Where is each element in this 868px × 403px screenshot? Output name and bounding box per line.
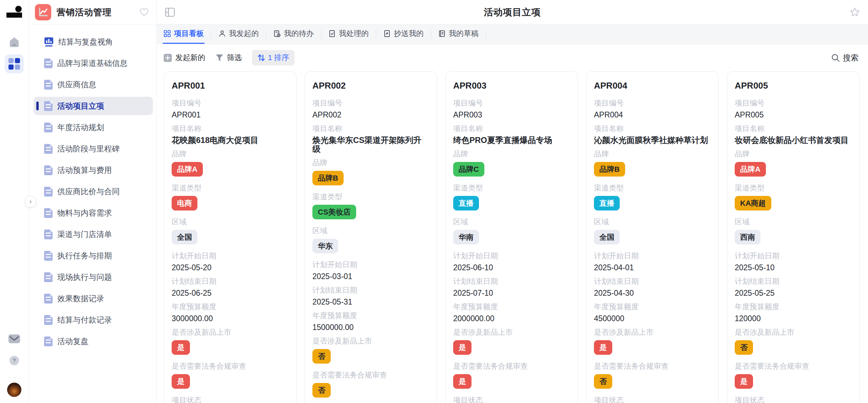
card-field: 项目状态 [735, 396, 852, 403]
funnel-icon [215, 54, 224, 62]
document-icon [44, 101, 53, 111]
kanban-board: APR001项目编号APR001项目名称花映颜618电商大促项目品牌品牌A渠道类… [157, 71, 868, 403]
field-badge: 是 [453, 340, 471, 355]
project-card-APR005[interactable]: APR005项目编号APR005项目名称妆研会底妆新品小红书首发项目品牌品牌A渠… [727, 71, 860, 403]
sidebar-item[interactable]: 活动复盘 [34, 332, 153, 350]
card-title: APR005 [735, 80, 852, 91]
field-badge: 直播 [594, 196, 620, 210]
field-label: 项目编号 [594, 99, 711, 107]
filter-button[interactable]: 筛选 [215, 53, 242, 63]
field-badge: 是 [453, 374, 471, 389]
rail-expand-chevron-icon[interactable]: › [25, 196, 36, 207]
card-field: 是否需要法务合规审查是 [735, 362, 852, 389]
field-label: 是否需要法务合规审查 [453, 362, 570, 370]
sidebar-item[interactable]: 物料与内容需求 [34, 204, 153, 222]
document-icon [44, 336, 53, 346]
field-badge: 否 [594, 374, 612, 389]
rail-divider [6, 378, 23, 378]
card-field: 项目状态 [172, 396, 289, 403]
sidebar-item[interactable]: 执行任务与排期 [34, 246, 153, 265]
field-label: 项目名称 [172, 125, 289, 133]
tab-separator [486, 30, 486, 39]
tab-5[interactable]: 抄送我的 [383, 24, 424, 44]
sidebar-item[interactable]: 结算与付款记录 [34, 311, 153, 329]
field-label: 计划开始日期 [735, 252, 852, 260]
tab-1-active[interactable]: 项目看板 [163, 24, 205, 44]
field-value: 2025-06-25 [172, 289, 289, 297]
sidebar-item[interactable]: 年度活动规划 [34, 118, 153, 136]
card-field: 区域全国 [172, 218, 289, 244]
document-icon [44, 58, 53, 68]
card-field: 是否需要法务合规审查是 [453, 362, 570, 389]
field-value: 花映颜618电商大促项目 [172, 136, 289, 145]
search-button[interactable]: 搜索 [831, 53, 859, 63]
page-title: 活动项目立项 [484, 6, 541, 18]
card-title: APR003 [453, 80, 570, 91]
card-field: 项目编号APR002 [312, 99, 429, 119]
field-label: 渠道类型 [735, 184, 852, 192]
sidebar-item[interactable]: 活动预算与费用 [34, 161, 153, 179]
collapse-sidebar-icon[interactable] [165, 7, 175, 17]
field-value: 沁颜水光面膜秋季社媒种草计划 [594, 136, 711, 145]
field-badge: 品牌C [453, 162, 484, 177]
user-avatar[interactable] [7, 383, 21, 397]
toolbar: 发起新的 筛选 [157, 44, 868, 71]
home-icon[interactable] [5, 33, 24, 52]
field-badge: 全国 [172, 230, 197, 244]
project-card-APR003[interactable]: APR003项目编号APR003项目名称绮色PRO夏季直播爆品专场品牌品牌C渠道… [445, 71, 578, 403]
card-field: 渠道类型直播 [453, 184, 570, 210]
tab-6[interactable]: 我的草稿 [438, 24, 479, 44]
field-label: 项目编号 [453, 99, 570, 107]
card-field: 计划开始日期2025-03-01 [312, 261, 429, 281]
sidebar-header: 营销活动管理 [29, 0, 156, 24]
create-new-button[interactable]: 发起新的 [163, 53, 205, 63]
card-field: 品牌品牌B [312, 159, 429, 185]
apps-grid-icon[interactable] [5, 54, 24, 73]
tab-label: 我的草稿 [449, 29, 479, 39]
document-icon [44, 272, 53, 282]
field-badge: 否 [312, 383, 331, 398]
sidebar-item-active[interactable]: 活动项目立项 [34, 97, 153, 115]
card-field: 项目编号APR004 [594, 99, 711, 119]
field-label: 项目状态 [453, 396, 570, 403]
favorite-star-icon[interactable] [850, 7, 860, 17]
field-label: 渠道类型 [594, 184, 711, 192]
project-card-APR002[interactable]: APR002项目编号APR002项目名称焕光集华东CS渠道开架陈列升级品牌品牌B… [305, 71, 437, 403]
sidebar-item[interactable]: 供应商信息 [34, 75, 153, 94]
sidebar-item[interactable]: 现场执行与问题 [34, 268, 153, 286]
sidebar-item-label: 活动项目立项 [57, 101, 104, 111]
card-field: 计划结束日期2025-06-25 [172, 277, 289, 297]
card-field: 品牌品牌B [594, 150, 711, 177]
document-icon [44, 230, 53, 239]
help-icon[interactable]: ? [5, 351, 24, 370]
card-field: 计划结束日期2025-07-10 [453, 277, 570, 297]
field-label: 是否涉及新品上市 [453, 328, 570, 336]
card-field: 是否涉及新品上市否 [735, 328, 852, 355]
field-label: 是否涉及新品上市 [735, 328, 852, 336]
sidebar-item[interactable]: 效果数据记录 [34, 289, 153, 308]
sidebar-item[interactable]: 渠道与门店清单 [34, 225, 153, 243]
person-icon [218, 30, 226, 37]
project-card-APR004[interactable]: APR004项目编号APR004项目名称沁颜水光面膜秋季社媒种草计划品牌品牌B渠… [586, 71, 719, 403]
sidebar-item[interactable]: 品牌与渠道基础信息 [34, 54, 153, 72]
sort-button[interactable]: 1 排序 [252, 50, 294, 66]
tab-4[interactable]: 我处理的 [328, 24, 369, 44]
create-new-label: 发起新的 [175, 53, 205, 63]
sidebar-item[interactable]: 供应商比价与合同 [34, 182, 153, 201]
field-label: 区域 [172, 218, 289, 226]
field-label: 年度预算额度 [735, 303, 852, 311]
field-label: 是否需要法务合规审查 [735, 362, 852, 370]
sidebar-item[interactable]: 结算与复盘视角 [34, 33, 153, 51]
field-label: 项目名称 [312, 125, 429, 133]
tab-2[interactable]: 我发起的 [218, 24, 259, 44]
mail-icon[interactable] [5, 329, 24, 348]
project-card-APR001[interactable]: APR001项目编号APR001项目名称花映颜618电商大促项目品牌品牌A渠道类… [164, 71, 296, 403]
sidebar-item[interactable]: 活动阶段与里程碑 [34, 140, 153, 158]
favorite-heart-icon[interactable] [139, 8, 149, 17]
tab-3[interactable]: 我的待办 [273, 24, 314, 44]
field-value: 焕光集华东CS渠道开架陈列升级 [312, 136, 429, 153]
card-field: 渠道类型电商 [172, 184, 289, 210]
card-title: APR002 [312, 80, 429, 91]
document-icon [44, 123, 53, 132]
active-indicator-bar [36, 102, 39, 110]
